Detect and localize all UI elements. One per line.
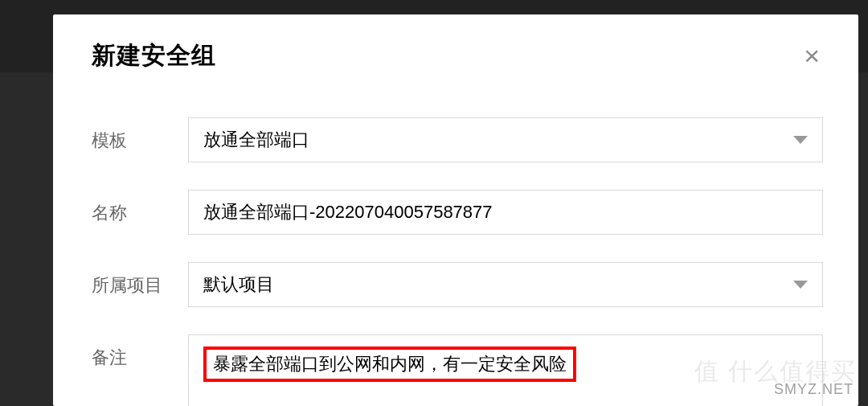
project-label: 所属项目 [92,262,188,297]
remark-text: 暴露全部端口到公网和内网，有一定安全风险 [213,354,567,374]
remark-label: 备注 [92,334,188,370]
remark-highlight: 暴露全部端口到公网和内网，有一定安全风险 [203,347,576,382]
template-label: 模板 [92,117,188,153]
create-security-group-modal: 新建安全组 × 模板 放通全部端口 名称 所属项目 默认项目 备注 [53,14,858,406]
chevron-down-icon [793,136,808,144]
template-row: 模板 放通全部端口 [92,117,823,162]
project-select-value: 默认项目 [203,273,274,297]
remark-row: 备注 暴露全部端口到公网和内网，有一定安全风险 [92,334,823,406]
name-input[interactable] [188,190,823,235]
template-select-value: 放通全部端口 [203,128,309,152]
project-select[interactable]: 默认项目 [188,262,823,307]
chevron-down-icon [793,281,808,289]
template-select[interactable]: 放通全部端口 [188,117,823,162]
modal-title: 新建安全组 [92,39,216,72]
name-label: 名称 [92,190,188,225]
close-icon[interactable]: × [800,39,823,72]
remark-textarea[interactable]: 暴露全部端口到公网和内网，有一定安全风险 [188,334,823,406]
name-row: 名称 [92,190,823,235]
project-row: 所属项目 默认项目 [92,262,823,307]
modal-header: 新建安全组 × [92,39,823,72]
